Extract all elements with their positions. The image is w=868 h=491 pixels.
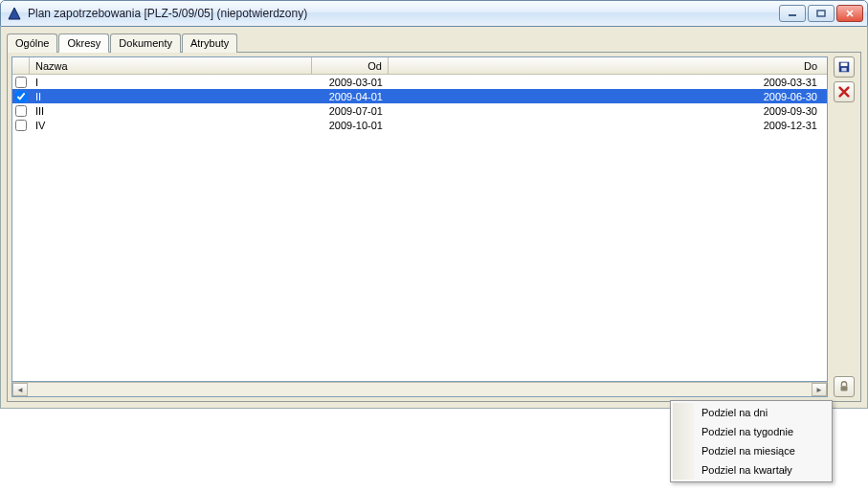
tab-okresy[interactable]: Okresy (58, 33, 109, 53)
save-button[interactable] (834, 56, 855, 78)
tab-dokumenty[interactable]: Dokumenty (110, 33, 181, 53)
window-body: Ogólne Okresy Dokumenty Atrybuty Nazwa O… (0, 27, 868, 409)
tab-panel-okresy: Nazwa Od Do I 2009-03-01 2009-03-31 II 2 (7, 52, 861, 402)
menu-item-miesiace[interactable]: Podziel na miesiące (673, 441, 830, 460)
svg-rect-4 (841, 63, 848, 67)
lock-button[interactable] (834, 376, 855, 397)
svg-rect-5 (841, 68, 846, 72)
column-check[interactable] (12, 57, 30, 74)
tab-ogolne[interactable]: Ogólne (7, 33, 57, 53)
table-row[interactable]: I 2009-03-01 2009-03-31 (12, 75, 827, 89)
scroll-right-button[interactable]: ► (812, 383, 827, 396)
grid-wrapper: Nazwa Od Do I 2009-03-01 2009-03-31 II 2 (11, 56, 828, 397)
cell-od: 2009-03-01 (312, 77, 389, 88)
app-icon (7, 6, 22, 21)
column-do[interactable]: Do (389, 57, 827, 74)
tabstrip: Ogólne Okresy Dokumenty Atrybuty (7, 33, 861, 53)
svg-marker-0 (9, 8, 20, 19)
tab-atrybuty[interactable]: Atrybuty (182, 33, 237, 53)
floppy-icon (837, 60, 851, 74)
minimize-button[interactable] (779, 5, 806, 22)
cell-do: 2009-06-30 (389, 91, 827, 102)
table-row[interactable]: III 2009-07-01 2009-09-30 (12, 103, 827, 118)
column-nazwa[interactable]: Nazwa (30, 57, 312, 74)
cell-nazwa: III (30, 105, 312, 117)
svg-rect-6 (841, 386, 848, 391)
svg-rect-2 (817, 11, 825, 16)
row-check[interactable] (12, 120, 30, 131)
delete-button[interactable] (834, 81, 855, 102)
menu-item-dni[interactable]: Podziel na dni (673, 403, 830, 422)
close-button[interactable] (836, 5, 863, 22)
checkbox[interactable] (15, 91, 27, 102)
cell-od: 2009-07-01 (312, 105, 389, 117)
table-row[interactable]: IV 2009-10-01 2009-12-31 (12, 118, 827, 132)
window-title: Plan zapotrzebowania [PLZ-5/09/05] (niep… (28, 7, 773, 20)
checkbox[interactable] (15, 105, 27, 117)
cell-od: 2009-04-01 (312, 91, 389, 102)
cell-do: 2009-09-30 (389, 105, 827, 117)
maximize-button[interactable] (808, 5, 835, 22)
scroll-left-button[interactable]: ◄ (12, 383, 28, 396)
horizontal-scrollbar[interactable]: ◄ ► (11, 382, 828, 397)
titlebar: Plan zapotrzebowania [PLZ-5/09/05] (niep… (0, 0, 868, 27)
column-od[interactable]: Od (312, 57, 389, 74)
menu-item-tygodnie[interactable]: Podziel na tygodnie (673, 422, 830, 441)
checkbox[interactable] (15, 120, 27, 131)
grid-body: I 2009-03-01 2009-03-31 II 2009-04-01 20… (12, 75, 827, 132)
delete-x-icon (837, 85, 851, 99)
periods-grid[interactable]: Nazwa Od Do I 2009-03-01 2009-03-31 II 2 (11, 56, 828, 382)
window-controls (779, 5, 863, 22)
svg-rect-1 (789, 14, 796, 16)
cell-nazwa: IV (30, 120, 312, 131)
table-row[interactable]: II 2009-04-01 2009-06-30 (12, 89, 827, 103)
cell-nazwa: II (30, 91, 312, 102)
lock-icon (837, 380, 851, 393)
side-toolbar (832, 56, 857, 397)
row-check[interactable] (12, 105, 30, 117)
cell-do: 2009-12-31 (389, 120, 827, 131)
cell-od: 2009-10-01 (312, 120, 389, 131)
row-check[interactable] (12, 91, 30, 102)
cell-nazwa: I (30, 77, 312, 88)
menu-item-kwartaly[interactable]: Podziel na kwartały (673, 460, 830, 480)
cell-do: 2009-03-31 (389, 77, 827, 88)
row-check[interactable] (12, 77, 30, 88)
split-menu: Podziel na dni Podziel na tygodnie Podzi… (670, 400, 833, 482)
grid-header: Nazwa Od Do (12, 57, 827, 75)
checkbox[interactable] (15, 77, 27, 88)
